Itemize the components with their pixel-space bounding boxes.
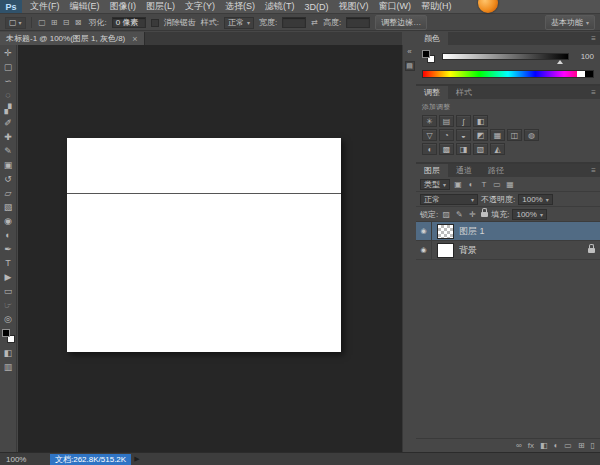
lock-position-icon[interactable]: ✛: [467, 210, 477, 219]
tool-zoom[interactable]: ◎: [1, 312, 16, 326]
filter-smart-object-icon[interactable]: ▦: [505, 180, 515, 189]
menu-select[interactable]: 选择(S): [220, 0, 260, 13]
status-options-arrow[interactable]: ▶: [134, 455, 139, 463]
layer-name[interactable]: 图层 1: [459, 225, 600, 238]
adjustment-brightness-icon[interactable]: ✳: [422, 115, 437, 127]
menu-help[interactable]: 帮助(H): [416, 0, 457, 13]
adjustment-vibrance-icon[interactable]: ▽: [422, 129, 437, 141]
gray-slider-value[interactable]: 100: [576, 52, 594, 61]
color-swatches[interactable]: [2, 329, 15, 343]
document-canvas[interactable]: [67, 138, 341, 352]
tool-dodge[interactable]: ◐: [1, 228, 16, 242]
new-layer-icon[interactable]: ⊞: [578, 441, 585, 450]
adjustment-color-balance-icon[interactable]: ◒: [456, 129, 471, 141]
tool-eraser[interactable]: ▱: [1, 186, 16, 200]
tool-shape[interactable]: ▭: [1, 284, 16, 298]
menu-layer[interactable]: 图层(L): [141, 0, 180, 13]
tab-color[interactable]: 颜色: [416, 32, 448, 45]
adjustment-threshold-icon[interactable]: ◨: [456, 143, 471, 155]
menu-view[interactable]: 视图(V): [334, 0, 374, 13]
document-size-info[interactable]: 文档:262.8K/515.2K: [50, 454, 131, 465]
tool-marquee[interactable]: ▢: [1, 60, 16, 74]
adjustment-hue-icon[interactable]: ◔: [439, 129, 454, 141]
slider-thumb[interactable]: [557, 60, 563, 64]
panel-menu-icon[interactable]: ≡: [587, 164, 600, 177]
quick-mask-button[interactable]: ◧: [1, 346, 16, 360]
gray-slider[interactable]: [442, 53, 569, 60]
layer-row-layer1[interactable]: ◉ 图层 1: [416, 222, 600, 241]
tool-move[interactable]: ✛: [1, 46, 16, 60]
menu-type[interactable]: 文字(Y): [180, 0, 220, 13]
swap-dimensions-icon[interactable]: ⇄: [311, 18, 318, 27]
tool-brush[interactable]: ✎: [1, 144, 16, 158]
tab-layers[interactable]: 图层: [416, 164, 448, 177]
filter-adjustment-icon[interactable]: ◐: [466, 180, 476, 189]
filter-type-icon[interactable]: T: [479, 180, 489, 189]
tool-history-brush[interactable]: ↺: [1, 172, 16, 186]
layer-style-icon[interactable]: fx: [528, 441, 534, 450]
layer-thumbnail[interactable]: [437, 224, 454, 239]
adjustment-posterize-icon[interactable]: ▩: [439, 143, 454, 155]
color-spectrum-ramp[interactable]: [422, 70, 594, 78]
adjustment-layer-icon[interactable]: ◐: [553, 441, 558, 450]
blend-mode-select[interactable]: 正常 ▾: [420, 194, 478, 205]
lock-transparency-icon[interactable]: ▨: [441, 210, 451, 219]
lock-pixels-icon[interactable]: ✎: [454, 210, 464, 219]
document-tab[interactable]: 未标题-1 @ 100%(图层 1, 灰色/8) ×: [0, 32, 145, 45]
menu-file[interactable]: 文件(F): [25, 0, 65, 13]
panel-menu-icon[interactable]: ≡: [587, 86, 600, 99]
tab-paths[interactable]: 路径: [480, 164, 512, 177]
filter-pixel-icon[interactable]: ▣: [453, 180, 463, 189]
refine-edge-button[interactable]: 调整边缘…: [375, 15, 427, 30]
close-tab-icon[interactable]: ×: [132, 34, 137, 44]
tool-path-select[interactable]: ▶: [1, 270, 16, 284]
adjustment-invert-icon[interactable]: ◖: [422, 143, 437, 155]
selection-mode-new-icon[interactable]: ▢: [37, 17, 48, 28]
selection-mode-intersect-icon[interactable]: ⊠: [73, 17, 84, 28]
adjustment-color-lookup-icon[interactable]: ◍: [524, 129, 539, 141]
adjustment-levels-icon[interactable]: ▤: [439, 115, 454, 127]
tool-gradient[interactable]: ▧: [1, 200, 16, 214]
fill-select[interactable]: 100% ▾: [512, 209, 546, 220]
menu-filter[interactable]: 滤镜(T): [260, 0, 300, 13]
collapsed-panel-icon[interactable]: ▤: [405, 61, 415, 71]
spectrum-black-swatch[interactable]: [585, 71, 593, 77]
layer-group-icon[interactable]: ▭: [564, 441, 572, 450]
delete-layer-icon[interactable]: ▯: [591, 441, 595, 450]
adjustment-channel-mixer-icon[interactable]: ◫: [507, 129, 522, 141]
foreground-color-swatch[interactable]: [2, 329, 10, 337]
tool-blur[interactable]: ◉: [1, 214, 16, 228]
style-select[interactable]: 正常 ▾: [224, 17, 254, 29]
layer-visibility-toggle[interactable]: ◉: [416, 222, 432, 240]
tool-pen[interactable]: ✒: [1, 242, 16, 256]
adjustment-selective-color-icon[interactable]: ◭: [490, 143, 505, 155]
menu-image[interactable]: 图像(I): [105, 0, 142, 13]
spectrum-white-swatch[interactable]: [577, 71, 585, 77]
height-input[interactable]: [346, 17, 370, 28]
lock-all-icon[interactable]: [481, 212, 488, 217]
feather-input[interactable]: 0 像素: [112, 17, 146, 28]
tool-crop[interactable]: ▞: [1, 102, 16, 116]
selection-mode-add-icon[interactable]: ⊞: [49, 17, 60, 28]
tool-healing-brush[interactable]: ✚: [1, 130, 16, 144]
opacity-select[interactable]: 100% ▾: [518, 194, 552, 205]
filter-shape-icon[interactable]: ▭: [492, 180, 502, 189]
tab-styles[interactable]: 样式: [448, 86, 480, 99]
layer-thumbnail[interactable]: [437, 243, 454, 258]
layer-name[interactable]: 背景: [459, 244, 587, 257]
tool-type[interactable]: T: [1, 256, 16, 270]
layer-row-background[interactable]: ◉ 背景: [416, 241, 600, 260]
width-input[interactable]: [282, 17, 306, 28]
adjustment-exposure-icon[interactable]: ◧: [473, 115, 488, 127]
adjustment-curves-icon[interactable]: ʃ: [456, 115, 471, 127]
tool-hand[interactable]: ☞: [1, 298, 16, 312]
tool-clone-stamp[interactable]: ▣: [1, 158, 16, 172]
adjustment-black-white-icon[interactable]: ◩: [473, 129, 488, 141]
foreground-color-swatch[interactable]: [422, 50, 430, 58]
layer-filter-select[interactable]: 类型 ▾: [420, 179, 450, 190]
zoom-level-field[interactable]: 100%: [6, 455, 32, 464]
link-layers-icon[interactable]: ∞: [516, 441, 522, 450]
menu-window[interactable]: 窗口(W): [374, 0, 417, 13]
adjustment-gradient-map-icon[interactable]: ▧: [473, 143, 488, 155]
selection-mode-subtract-icon[interactable]: ⊟: [61, 17, 72, 28]
